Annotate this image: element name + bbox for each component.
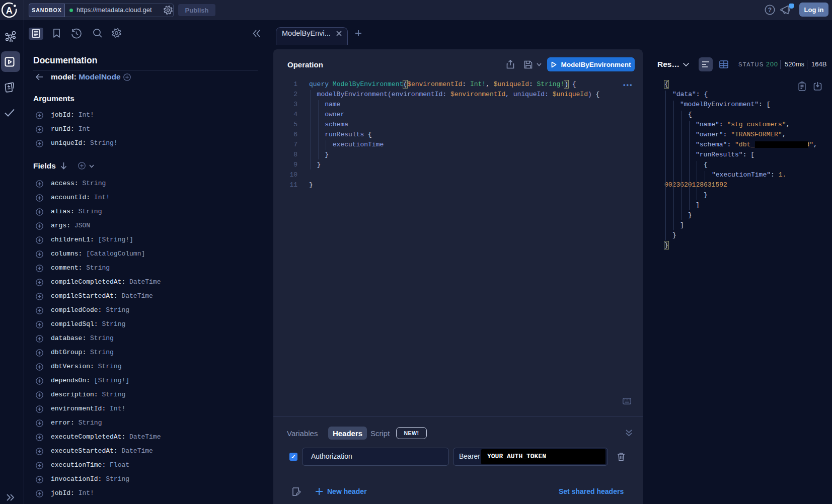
svg-text:A: A bbox=[6, 6, 13, 16]
svg-text:?: ? bbox=[768, 7, 772, 14]
